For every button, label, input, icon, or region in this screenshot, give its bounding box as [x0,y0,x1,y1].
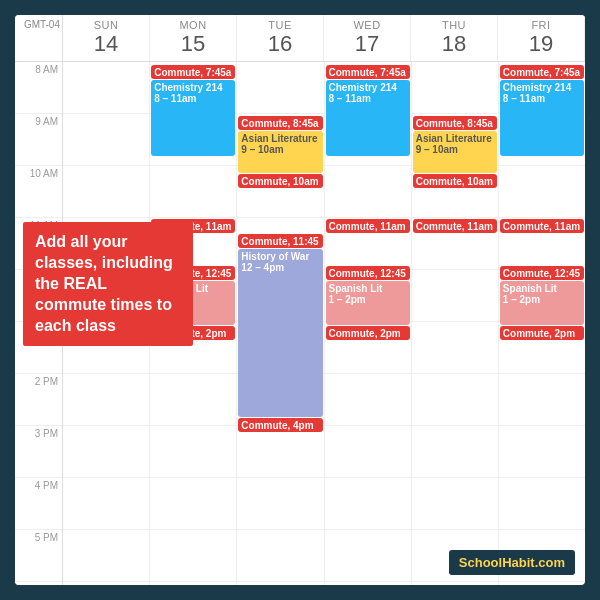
day-number-wed: 17 [326,31,408,57]
event-wed-commute-1[interactable]: Commute, 7:45a [326,65,410,79]
day-header-sun: SUN 14 [63,15,150,61]
day-header-fri: FRI 19 [498,15,585,61]
time-slot-4pm: 4 PM [15,478,62,530]
day-header-thu: THU 18 [411,15,498,61]
time-slot-3pm: 3 PM [15,426,62,478]
day-col-tue: Commute, 8:45a Asian Literature9 – 10am … [237,62,324,585]
day-col-wed: Commute, 7:45a Chemistry 2148 – 11am Com… [325,62,412,585]
event-wed-chemistry[interactable]: Chemistry 2148 – 11am [326,80,410,156]
day-name-sun: SUN [65,19,147,31]
event-fri-chemistry[interactable]: Chemistry 2148 – 11am [500,80,584,156]
event-tue-asian-lit[interactable]: Asian Literature9 – 10am [238,131,322,173]
calendar-body: 8 AM 9 AM 10 AM 11 AM 12 PM 1 PM 2 PM 3 … [15,62,585,585]
day-col-fri: Commute, 7:45a Chemistry 2148 – 11am Com… [499,62,585,585]
event-wed-spanish[interactable]: Spanish Lit1 – 2pm [326,281,410,325]
day-number-sun: 14 [65,31,147,57]
day-name-thu: THU [413,19,495,31]
schoolhabit-badge[interactable]: SchoolHabit.com [449,550,575,575]
event-wed-commute-2[interactable]: Commute, 11am [326,219,410,233]
event-fri-commute-4[interactable]: Commute, 2pm [500,326,584,340]
time-slot-5pm: 5 PM [15,530,62,582]
day-header-wed: WED 17 [324,15,411,61]
day-header-tue: TUE 16 [237,15,324,61]
event-thu-asian-lit[interactable]: Asian Literature9 – 10am [413,131,497,173]
event-tue-commute-3[interactable]: Commute, 11:45 [238,234,322,248]
badge-text: SchoolHabit.com [459,555,565,570]
day-number-mon: 15 [152,31,234,57]
day-header-mon: MON 15 [150,15,237,61]
calendar-container: GMT-04 SUN 14 MON 15 TUE 16 WED 17 THU 1… [15,15,585,585]
day-number-tue: 16 [239,31,321,57]
event-thu-commute-3[interactable]: Commute, 11am [413,219,497,233]
event-fri-spanish[interactable]: Spanish Lit1 – 2pm [500,281,584,325]
event-thu-commute-2[interactable]: Commute, 10am [413,174,497,188]
event-mon-commute-1[interactable]: Commute, 7:45a [151,65,235,79]
timezone-label: GMT-04 [15,15,63,61]
day-name-fri: FRI [500,19,582,31]
event-tue-commute-2[interactable]: Commute, 10am [238,174,322,188]
overlay-message: Add all your classes, including the REAL… [23,222,193,346]
event-wed-commute-4[interactable]: Commute, 2pm [326,326,410,340]
event-mon-chemistry[interactable]: Chemistry 2148 – 11am [151,80,235,156]
event-tue-commute-1[interactable]: Commute, 8:45a [238,116,322,130]
time-slot-2pm: 2 PM [15,374,62,426]
time-slot-10am: 10 AM [15,166,62,218]
day-name-tue: TUE [239,19,321,31]
event-tue-history[interactable]: History of War12 – 4pm [238,249,322,417]
day-number-fri: 19 [500,31,582,57]
day-number-thu: 18 [413,31,495,57]
time-slot-9am: 9 AM [15,114,62,166]
time-slot-8am: 8 AM [15,62,62,114]
calendar-header: GMT-04 SUN 14 MON 15 TUE 16 WED 17 THU 1… [15,15,585,62]
event-thu-commute-1[interactable]: Commute, 8:45a [413,116,497,130]
day-name-wed: WED [326,19,408,31]
day-name-mon: MON [152,19,234,31]
event-wed-commute-3[interactable]: Commute, 12:45 [326,266,410,280]
day-col-thu: Commute, 8:45a Asian Literature9 – 10am … [412,62,499,585]
event-fri-commute-1[interactable]: Commute, 7:45a [500,65,584,79]
event-tue-commute-4[interactable]: Commute, 4pm [238,418,322,432]
event-fri-commute-2[interactable]: Commute, 11am [500,219,584,233]
event-fri-commute-3[interactable]: Commute, 12:45 [500,266,584,280]
